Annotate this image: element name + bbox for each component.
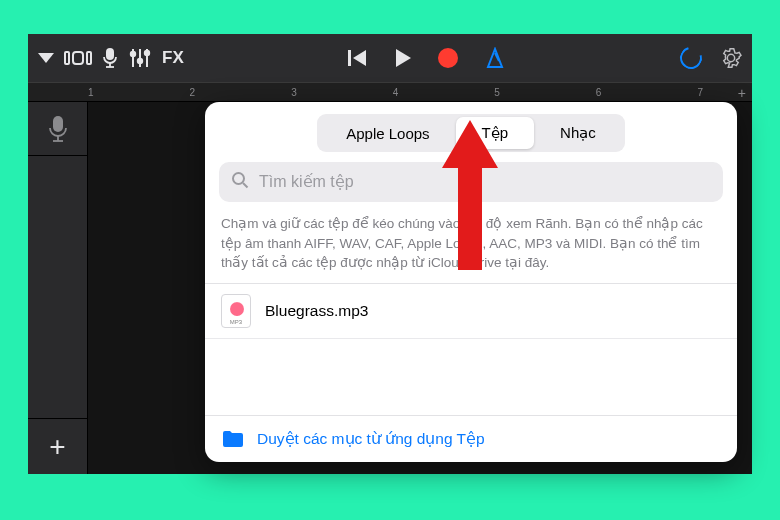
track-header-column: + <box>28 102 88 474</box>
view-menu-button[interactable] <box>38 53 54 63</box>
settings-button[interactable] <box>720 47 742 69</box>
track-view-button[interactable] <box>64 51 92 65</box>
main-toolbar: FX <box>28 34 752 82</box>
search-input[interactable] <box>259 173 711 191</box>
ruler-mark: 6 <box>596 87 602 98</box>
ruler-mark: 2 <box>190 87 196 98</box>
track-mic-icon <box>47 114 69 144</box>
mixer-icon[interactable] <box>128 47 152 69</box>
svg-line-17 <box>243 183 248 188</box>
tab-apple-loops[interactable]: Apple Loops <box>320 117 455 149</box>
help-text: Chạm và giữ các tệp để kéo chúng vào Bộ … <box>205 202 737 283</box>
add-track-button[interactable]: + <box>28 418 87 474</box>
svg-marker-10 <box>353 50 366 66</box>
ruler-mark: 3 <box>291 87 297 98</box>
svg-rect-13 <box>53 116 63 132</box>
file-name-label: Bluegrass.mp3 <box>265 302 368 320</box>
tab-files[interactable]: Tệp <box>456 117 535 149</box>
loop-browser-button[interactable] <box>680 47 702 69</box>
ruler-mark: 7 <box>697 87 703 98</box>
microphone-icon[interactable] <box>102 47 118 69</box>
fx-button[interactable]: FX <box>162 48 184 68</box>
browse-files-row[interactable]: Duyệt các mục từ ứng dụng Tệp <box>205 415 737 462</box>
ruler-mark: 4 <box>393 87 399 98</box>
play-button[interactable] <box>394 48 412 68</box>
browse-files-link[interactable]: Duyệt các mục từ ứng dụng Tệp <box>257 430 485 448</box>
svg-rect-0 <box>106 48 114 60</box>
audio-track-header[interactable] <box>28 102 87 156</box>
svg-rect-9 <box>348 50 351 66</box>
record-button[interactable] <box>438 48 458 68</box>
svg-point-7 <box>138 59 142 63</box>
transport-controls <box>348 47 506 69</box>
search-field[interactable] <box>219 162 723 202</box>
go-to-start-button[interactable] <box>348 49 368 67</box>
add-section-button[interactable]: + <box>738 85 746 101</box>
file-list: MP3 Bluegrass.mp3 <box>205 283 737 339</box>
timeline-ruler[interactable]: 1 2 3 4 5 6 7 + <box>28 82 752 102</box>
audio-file-icon: MP3 <box>221 294 251 328</box>
metronome-icon[interactable] <box>484 47 506 69</box>
svg-point-16 <box>233 173 244 184</box>
folder-icon <box>221 429 245 449</box>
ruler-mark: 1 <box>88 87 94 98</box>
file-browser-panel: Apple Loops Tệp Nhạc Chạm và giữ các tệp… <box>205 102 737 462</box>
svg-point-6 <box>131 52 135 56</box>
svg-marker-11 <box>396 49 411 67</box>
svg-point-8 <box>145 51 149 55</box>
file-item[interactable]: MP3 Bluegrass.mp3 <box>205 284 737 339</box>
tab-music[interactable]: Nhạc <box>534 117 622 149</box>
browser-tabs: Apple Loops Tệp Nhạc <box>317 114 625 152</box>
ruler-mark: 5 <box>494 87 500 98</box>
search-icon <box>231 171 249 193</box>
